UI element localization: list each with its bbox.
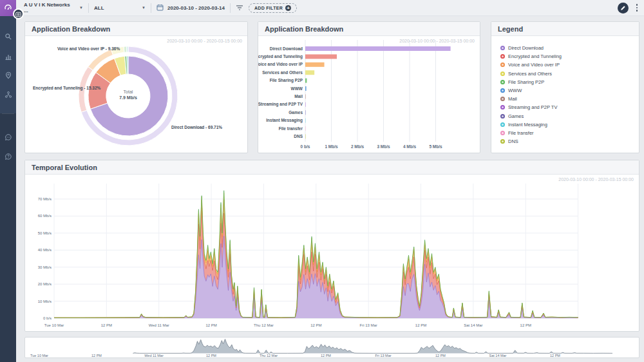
- bar: [305, 94, 306, 99]
- donut-outer-slice: [127, 46, 128, 52]
- scope-dropdown[interactable]: ALL ▼: [94, 0, 146, 16]
- add-filter-button[interactable]: ADD FILTER +: [249, 3, 297, 13]
- organization-dropdown[interactable]: A U V I K Networks ... ▼: [24, 0, 83, 16]
- sidebar-divider: [2, 113, 14, 114]
- svg-text:0 b/s: 0 b/s: [301, 144, 310, 149]
- svg-text:12 PM: 12 PM: [91, 354, 102, 357]
- application-breakdown-donut-panel: Application Breakdown 2020-03-10 00:00 -…: [24, 21, 248, 153]
- plus-circle-icon: +: [285, 5, 291, 11]
- pencil-icon: [620, 2, 626, 14]
- bar: [305, 86, 307, 91]
- svg-text:File transfer: File transfer: [279, 126, 303, 131]
- legend-marker: [500, 131, 505, 135]
- legend-item-label: Encrypted and Tunneling: [508, 53, 562, 59]
- panel-title: Application Breakdown: [258, 22, 480, 36]
- svg-text:Tue 10 Mar: Tue 10 Mar: [30, 354, 48, 357]
- panel-title: Legend: [491, 22, 639, 36]
- svg-text:60 Mb/s: 60 Mb/s: [38, 214, 52, 218]
- legend-panel: Legend Direct DownloadEncrypted and Tunn…: [491, 21, 639, 153]
- bar: [305, 70, 314, 75]
- svg-text:Tue 10 Mar: Tue 10 Mar: [44, 323, 64, 327]
- svg-text:Direct Download: Direct Download: [270, 46, 303, 51]
- svg-text:Voice and Video over IP: Voice and Video over IP: [258, 62, 303, 66]
- svg-text:12 PM: 12 PM: [205, 323, 216, 327]
- svg-text:3 Mb/s: 3 Mb/s: [377, 144, 390, 149]
- more-options-menu[interactable]: [635, 3, 639, 13]
- legend-item-label: Direct Download: [508, 45, 544, 51]
- legend-item: Streaming and P2P TV: [500, 104, 639, 110]
- legend-item: File transfer: [500, 130, 639, 136]
- svg-text:12 PM: 12 PM: [435, 354, 446, 357]
- legend-marker: [500, 46, 505, 50]
- legend-item-label: Mail: [508, 96, 517, 102]
- svg-text:Thu 12 Mar: Thu 12 Mar: [260, 354, 278, 357]
- svg-text:DNS: DNS: [294, 134, 303, 138]
- svg-text:Fri 13 Mar: Fri 13 Mar: [359, 323, 377, 327]
- sidebar-item-support[interactable]: [4, 153, 12, 161]
- chat-bubble-icon: [5, 132, 12, 144]
- svg-text:Wed 11 Mar: Wed 11 Mar: [149, 323, 169, 327]
- svg-text:Streaming and P2P TV: Streaming and P2P TV: [258, 102, 303, 107]
- dashboard-gauge-icon: [4, 3, 12, 14]
- date-range-picker[interactable]: 2020-03-10 - 2020-03-14: [156, 0, 225, 16]
- legend-item: Voice and Video over IP: [500, 62, 639, 68]
- sidebar-item-search[interactable]: [4, 33, 12, 41]
- svg-text:12 PM: 12 PM: [550, 354, 560, 357]
- bar: [305, 79, 307, 83]
- svg-text:12 PM: 12 PM: [206, 354, 216, 357]
- svg-text:Instant Messaging: Instant Messaging: [266, 118, 303, 123]
- timeline-brush-chart[interactable]: Tue 10 Mar12 PMWed 11 Mar12 PMThu 12 Mar…: [25, 338, 639, 357]
- application-breakdown-bars-panel: Application Breakdown 2020-03-10 00:00 -…: [258, 21, 480, 153]
- donut-slice-callout: Encrypted and Tunneling - 15.32%: [33, 86, 100, 90]
- svg-text:WWW: WWW: [291, 86, 303, 91]
- bar: [305, 110, 306, 115]
- legend-item: WWW: [500, 88, 639, 93]
- bar: [305, 119, 306, 123]
- edit-dashboard-button[interactable]: [618, 3, 629, 14]
- svg-text:Sat 14 Mar: Sat 14 Mar: [464, 323, 482, 327]
- sidebar-collapse-toggle[interactable]: [13, 8, 24, 19]
- svg-text:12 PM: 12 PM: [520, 323, 531, 327]
- legend-item-label: Voice and Video over IP: [508, 62, 560, 68]
- panel-lines-icon: [15, 8, 21, 20]
- legend-marker: [500, 114, 505, 119]
- svg-text:70 Mb/s: 70 Mb/s: [38, 197, 52, 201]
- legend-item-label: WWW: [508, 88, 522, 93]
- bar-chart-icon: [5, 52, 12, 63]
- sidebar-item-chat[interactable]: [4, 133, 12, 142]
- svg-text:12 PM: 12 PM: [101, 323, 112, 327]
- sidebar-item-reports[interactable]: [4, 53, 12, 61]
- calendar-icon: [156, 2, 164, 14]
- brush-area[interactable]: [133, 339, 612, 354]
- panel-date-range: 2020-03-10 00:00 - 2020-03-15 00:00: [167, 39, 242, 43]
- timeline-overview-panel: Tue 10 Mar12 PMWed 11 Mar12 PMThu 12 Mar…: [24, 337, 639, 358]
- panel-date-range: 2020-03-10 00:00 - 2020-03-15 00:00: [399, 39, 475, 43]
- bar: [305, 126, 306, 131]
- legend-item: Games: [500, 113, 639, 119]
- legend-item: Mail: [500, 96, 639, 102]
- topbar-separator: [230, 3, 231, 13]
- legend-item-label: Services and Others: [508, 71, 552, 77]
- svg-text:Sat 14 Mar: Sat 14 Mar: [489, 354, 507, 357]
- legend-item-label: File Sharing P2P: [508, 79, 544, 85]
- legend-item-label: Instant Messaging: [508, 122, 547, 128]
- bar: [305, 134, 306, 138]
- legend-item: DNS: [500, 138, 639, 144]
- legend-item-label: Games: [508, 113, 524, 119]
- legend-item-label: DNS: [508, 138, 518, 144]
- filter-lines-icon[interactable]: [236, 2, 243, 14]
- panel-date-range: 2020-03-10 00:00 - 2020-03-15 00:00: [558, 177, 634, 182]
- svg-text:50 Mb/s: 50 Mb/s: [38, 231, 52, 235]
- legend-marker: [500, 88, 505, 93]
- legend-item: Encrypted and Tunneling: [500, 53, 639, 59]
- sidebar-item-map[interactable]: [4, 71, 12, 80]
- chevron-down-icon: ▼: [79, 6, 83, 10]
- svg-text:Wed 11 Mar: Wed 11 Mar: [144, 354, 164, 357]
- svg-text:12 PM: 12 PM: [310, 323, 321, 327]
- add-filter-label: ADD FILTER: [254, 6, 283, 10]
- svg-text:12 PM: 12 PM: [415, 323, 426, 327]
- sidebar-item-network[interactable]: [4, 91, 12, 99]
- svg-text:20 Mb/s: 20 Mb/s: [38, 282, 52, 286]
- stacked-area-chart: 0 b/s10 Mb/s20 Mb/s30 Mb/s40 Mb/s50 Mb/s…: [25, 175, 639, 332]
- legend-marker: [500, 62, 505, 67]
